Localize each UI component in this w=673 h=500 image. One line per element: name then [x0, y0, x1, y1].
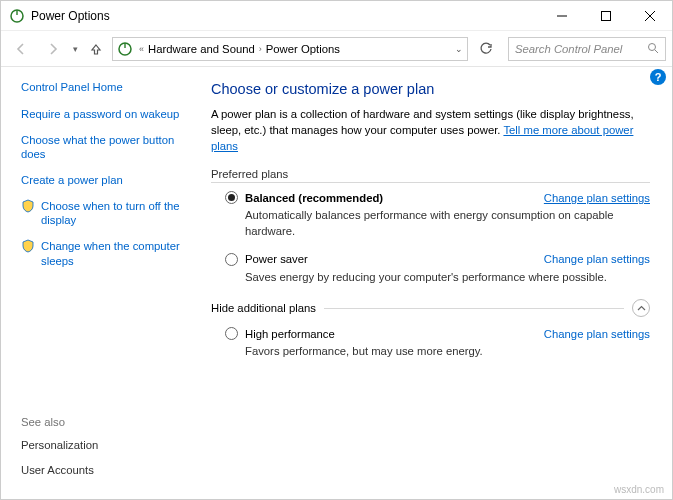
svg-line-9: [655, 50, 658, 53]
plan-desc-high-performance: Favors performance, but may use more ene…: [245, 344, 650, 359]
help-icon[interactable]: ?: [650, 69, 666, 85]
divider: [324, 308, 624, 309]
divider: [211, 182, 650, 183]
change-plan-settings-power-saver[interactable]: Change plan settings: [544, 253, 650, 265]
back-button[interactable]: [7, 35, 35, 63]
plan-desc-power-saver: Saves energy by reducing your computer's…: [245, 270, 650, 285]
titlebar: Power Options: [1, 1, 672, 31]
plan-name-high-performance: High performance: [245, 328, 335, 340]
control-panel-home-link[interactable]: Control Panel Home: [21, 81, 185, 93]
window-controls: [540, 1, 672, 31]
plan-desc-balanced: Automatically balances performance with …: [245, 208, 650, 239]
breadcrumb-power-options[interactable]: Power Options: [266, 43, 340, 55]
sidebar-link-require-password[interactable]: Require a password on wakeup: [21, 107, 185, 122]
breadcrumb[interactable]: « Hardware and Sound › Power Options ⌄: [112, 37, 468, 61]
svg-rect-7: [124, 43, 125, 48]
sidebar-link-create-plan[interactable]: Create a power plan: [21, 173, 185, 188]
navbar: ▾ « Hardware and Sound › Power Options ⌄…: [1, 31, 672, 67]
main-content: ? Choose or customize a power plan A pow…: [197, 67, 672, 499]
change-plan-settings-high-performance[interactable]: Change plan settings: [544, 328, 650, 340]
close-button[interactable]: [628, 1, 672, 31]
sidebar-link-user-accounts[interactable]: User Accounts: [21, 463, 185, 478]
refresh-button[interactable]: [474, 37, 498, 61]
sidebar-link-turn-off-display[interactable]: Choose when to turn off the display: [21, 199, 185, 228]
history-dropdown-icon[interactable]: ▾: [71, 44, 80, 54]
content: Control Panel Home Require a password on…: [1, 67, 672, 499]
power-options-icon: [117, 41, 133, 57]
shield-icon: [21, 199, 35, 213]
search-icon: [647, 42, 659, 56]
plan-balanced: Balanced (recommended) Change plan setti…: [225, 191, 650, 239]
breadcrumb-dropdown-icon[interactable]: ⌄: [451, 44, 463, 54]
power-options-icon: [9, 8, 25, 24]
sidebar-link-power-button[interactable]: Choose what the power button does: [21, 133, 185, 162]
up-button[interactable]: [84, 37, 108, 61]
svg-rect-1: [16, 10, 17, 15]
radio-high-performance[interactable]: [225, 327, 238, 340]
see-also-label: See also: [21, 416, 185, 428]
intro-text: A power plan is a collection of hardware…: [211, 107, 650, 154]
preferred-plans-label: Preferred plans: [211, 168, 650, 180]
heading: Choose or customize a power plan: [211, 81, 650, 97]
svg-rect-3: [602, 11, 611, 20]
chevron-up-icon: [637, 304, 646, 313]
search-placeholder: Search Control Panel: [515, 43, 622, 55]
sidebar: Control Panel Home Require a password on…: [1, 67, 197, 499]
hide-additional-plans-label: Hide additional plans: [211, 302, 316, 314]
plan-power-saver: Power saver Change plan settings Saves e…: [225, 253, 650, 285]
maximize-button[interactable]: [584, 1, 628, 31]
forward-button[interactable]: [39, 35, 67, 63]
minimize-button[interactable]: [540, 1, 584, 31]
radio-balanced[interactable]: [225, 191, 238, 204]
search-input[interactable]: Search Control Panel: [508, 37, 666, 61]
plan-name-power-saver: Power saver: [245, 253, 308, 265]
chevron-left-icon: «: [137, 44, 146, 54]
window-title: Power Options: [31, 9, 540, 23]
hide-additional-plans-row: Hide additional plans: [211, 299, 650, 317]
breadcrumb-hardware-sound[interactable]: Hardware and Sound: [148, 43, 255, 55]
shield-icon: [21, 239, 35, 253]
radio-power-saver[interactable]: [225, 253, 238, 266]
plan-name-balanced: Balanced (recommended): [245, 192, 383, 204]
watermark: wsxdn.com: [614, 484, 664, 495]
change-plan-settings-balanced[interactable]: Change plan settings: [544, 192, 650, 204]
sidebar-link-personalization[interactable]: Personalization: [21, 438, 185, 453]
collapse-button[interactable]: [632, 299, 650, 317]
svg-point-8: [649, 43, 656, 50]
chevron-right-icon: ›: [257, 44, 264, 54]
plan-high-performance: High performance Change plan settings Fa…: [225, 327, 650, 359]
sidebar-link-computer-sleeps[interactable]: Change when the computer sleeps: [21, 239, 185, 268]
